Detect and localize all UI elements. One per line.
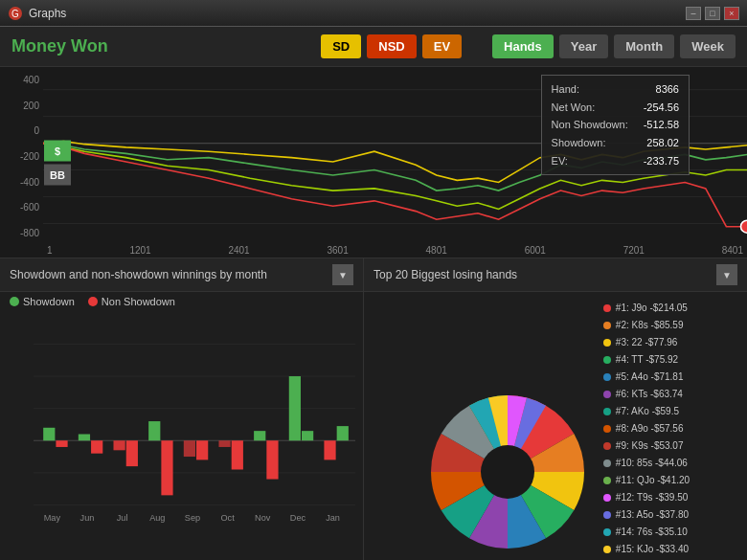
bottom-section: Showdown and non-showdown winnings by mo… — [0, 258, 747, 560]
pie-legend-item: #11: QJo -$41.20 — [603, 472, 690, 489]
non-showdown-label: Non Showdown — [102, 296, 175, 307]
tooltip-hand-val: 8366 — [656, 80, 679, 99]
chart-side-buttons: $ BB — [44, 140, 71, 185]
pie-legend-item: #6: KTs -$63.74 — [603, 386, 690, 403]
pie-chart-svg — [421, 386, 594, 558]
svg-rect-27 — [148, 421, 160, 440]
nsd-button[interactable]: NSD — [367, 34, 416, 58]
pie-legend-item: #2: K8s -$85.59 — [603, 317, 690, 334]
y-axis-labels: 400 200 0 -200 -400 -600 -800 — [0, 67, 43, 258]
bb-button[interactable]: BB — [44, 164, 71, 185]
svg-rect-37 — [324, 440, 335, 459]
svg-rect-24 — [91, 440, 102, 453]
svg-point-8 — [741, 220, 747, 233]
tooltip-ev-label: EV: — [552, 152, 568, 170]
pie-dot — [603, 494, 611, 502]
svg-rect-25 — [113, 440, 124, 450]
showdown-dot — [10, 297, 19, 306]
tooltip-ev-val: -233.75 — [644, 152, 679, 170]
ev-button[interactable]: EV — [422, 34, 462, 58]
pie-dot — [603, 373, 611, 381]
svg-text:G: G — [11, 9, 19, 19]
right-panel-header: Top 20 Biggest losing hands ▼ — [364, 258, 747, 292]
svg-rect-21 — [43, 428, 55, 440]
pie-dot — [603, 356, 611, 364]
svg-text:May: May — [44, 513, 61, 523]
right-panel-dropdown[interactable]: ▼ — [716, 264, 737, 285]
maximize-button[interactable]: □ — [705, 7, 720, 20]
pie-dot — [603, 339, 611, 347]
pie-legend-item: #13: A5o -$37.80 — [603, 506, 690, 524]
pie-dot — [603, 425, 611, 433]
svg-rect-33 — [254, 431, 265, 440]
hands-button[interactable]: Hands — [492, 34, 554, 58]
dollar-button[interactable]: $ — [44, 140, 71, 161]
svg-rect-36 — [302, 431, 313, 440]
showdown-label: Showdown — [23, 296, 75, 307]
bar-chart-container: 300 200 100 0 -100 -200 — [0, 311, 363, 560]
toolbar: Money Won SD NSD EV Hands Year Month Wee… — [0, 27, 747, 67]
pie-legend-item: #5: A4o -$71.81 — [603, 369, 690, 386]
window-controls: – □ × — [686, 7, 739, 20]
svg-rect-34 — [266, 440, 278, 479]
window-title: Graphs — [29, 7, 686, 20]
pie-dot — [603, 442, 611, 450]
svg-text:Oct: Oct — [220, 513, 235, 523]
pie-legend-item: #14: 76s -$35.10 — [603, 524, 690, 541]
svg-rect-28 — [161, 440, 172, 495]
svg-text:Jul: Jul — [117, 513, 128, 523]
month-button[interactable]: Month — [614, 34, 674, 58]
pie-legend-item: #9: K9s -$53.07 — [603, 437, 690, 455]
bar-chart-svg: 300 200 100 0 -100 -200 — [34, 315, 355, 541]
tooltip-net-label: Net Won: — [552, 99, 596, 117]
svg-rect-31 — [218, 440, 230, 447]
left-panel-title: Showdown and non-showdown winnings by mo… — [10, 268, 267, 281]
legend-showdown: Showdown — [10, 296, 75, 307]
pie-dot — [603, 459, 611, 467]
svg-text:Sep: Sep — [185, 513, 200, 523]
chart-svg-container: Hand: 8366 Net Won: -254.56 Non Showdown… — [43, 67, 747, 258]
chart-title: Money Won — [11, 36, 315, 56]
left-panel-header: Showdown and non-showdown winnings by mo… — [0, 258, 363, 292]
chart-tooltip: Hand: 8366 Net Won: -254.56 Non Showdown… — [541, 75, 690, 175]
close-button[interactable]: × — [724, 7, 739, 20]
left-panel-dropdown[interactable]: ▼ — [332, 264, 353, 285]
title-bar: G Graphs – □ × — [0, 0, 747, 27]
pie-chart-container — [421, 386, 594, 558]
pie-legend-item: #15: KJo -$33.40 — [603, 541, 690, 558]
svg-rect-26 — [126, 440, 138, 466]
pie-dot — [603, 528, 611, 536]
svg-point-48 — [481, 445, 534, 499]
pie-legend-item: #10: 85s -$44.06 — [603, 455, 690, 472]
tooltip-sd-label: Showdown: — [552, 134, 606, 152]
pie-dot — [603, 477, 611, 484]
pie-dot — [603, 322, 611, 329]
app-icon: G — [8, 6, 23, 21]
legend-non-showdown: Non Showdown — [88, 296, 175, 307]
pie-and-legend: #1: J9o -$214.05 #2: K8s -$85.59 #3: 22 … — [364, 292, 747, 560]
svg-text:Dec: Dec — [290, 513, 306, 523]
svg-rect-35 — [289, 376, 301, 440]
svg-text:Jun: Jun — [80, 513, 95, 523]
pie-legend-item: #3: 22 -$77.96 — [603, 334, 690, 351]
pie-legend-item: #1: J9o -$214.05 — [603, 300, 690, 317]
bar-chart-legend: Showdown Non Showdown — [0, 292, 363, 311]
right-panel-title: Top 20 Biggest losing hands — [374, 268, 517, 281]
minimize-button[interactable]: – — [686, 7, 701, 20]
tooltip-net-val: -254.56 — [644, 99, 679, 117]
svg-text:Jan: Jan — [326, 513, 340, 523]
main-content: Money Won SD NSD EV Hands Year Month Wee… — [0, 27, 747, 560]
pie-legend-item: #8: A9o -$57.56 — [603, 420, 690, 437]
tooltip-nonsd-val: -512.58 — [644, 116, 679, 134]
left-panel: Showdown and non-showdown winnings by mo… — [0, 258, 364, 560]
week-button[interactable]: Week — [680, 34, 736, 58]
pie-dot — [603, 304, 611, 312]
year-button[interactable]: Year — [559, 34, 608, 58]
pie-dot — [603, 408, 611, 415]
right-panel: Top 20 Biggest losing hands ▼ — [364, 258, 747, 560]
svg-rect-22 — [56, 440, 67, 447]
svg-rect-32 — [232, 440, 243, 469]
svg-rect-30 — [196, 440, 208, 459]
pie-dot — [603, 511, 611, 519]
sd-button[interactable]: SD — [321, 34, 361, 58]
